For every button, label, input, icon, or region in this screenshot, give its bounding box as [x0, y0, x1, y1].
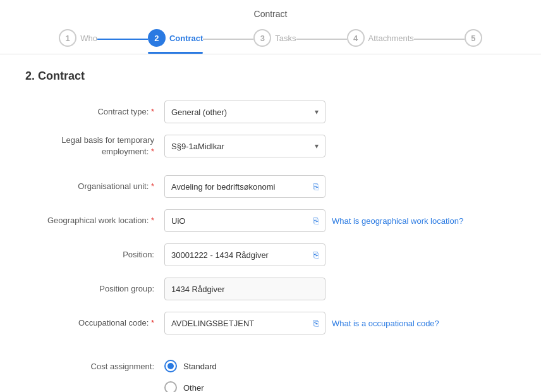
position-group-row: Position group: 1434 Rådgiver [25, 278, 516, 300]
step-5[interactable]: 5 [465, 29, 482, 54]
legal-basis-row: Legal basis for temporary employment: * … [25, 135, 516, 157]
cost-other-option[interactable]: Other [164, 381, 217, 392]
position-input[interactable]: 30001222 - 1434 Rådgiver ⎘ [164, 243, 325, 266]
legal-basis-chevron-icon: ▾ [315, 142, 319, 150]
page-title: Contract [254, 9, 288, 19]
section-title: 2. Contract [25, 70, 516, 83]
legal-basis-required: * [151, 147, 154, 156]
geo-work-control: UiO ⎘ What is geographical work location… [164, 209, 516, 232]
step-line-1-2 [97, 39, 148, 40]
occ-code-row: Occupational code: * AVDELINGSBETJENT ⎘ … [25, 312, 516, 334]
contract-type-label: Contract type: * [25, 106, 164, 118]
contract-type-control: General (other) ▾ [164, 101, 516, 123]
cost-assignment-row: Cost assignment: Standard Other [25, 360, 516, 392]
cost-other-label: Other [183, 383, 204, 393]
step-4-circle: 4 [347, 29, 365, 47]
step-5-circle: 5 [465, 29, 482, 47]
cost-assignment-control: Standard Other [164, 360, 516, 392]
step-2[interactable]: 2 Contract [148, 29, 203, 54]
cost-radio-group: Standard Other [164, 360, 217, 392]
org-unit-required: * [151, 181, 154, 191]
position-row: Position: 30001222 - 1434 Rådgiver ⎘ [25, 243, 516, 266]
legal-basis-control: S§9-1aMidlkar ▾ [164, 135, 516, 157]
position-group-input: 1434 Rådgiver [164, 278, 325, 300]
page-header: Contract [0, 0, 541, 19]
step-line-3-4 [296, 39, 347, 40]
cost-standard-label: Standard [183, 362, 217, 371]
position-copy-icon[interactable]: ⎘ [313, 250, 319, 260]
position-label: Position: [25, 249, 164, 260]
geo-work-input[interactable]: UiO ⎘ [164, 209, 325, 232]
occ-code-control: AVDELINGSBETJENT ⎘ What is a occupationa… [164, 312, 516, 334]
step-1-label: Who [80, 34, 97, 43]
occ-code-help-link[interactable]: What is a occupational code? [332, 319, 439, 328]
step-3-circle: 3 [253, 29, 271, 47]
org-unit-input[interactable]: Avdeling for bedriftsøkonomi ⎘ [164, 175, 325, 198]
step-3-label: Tasks [275, 34, 296, 43]
org-unit-row: Organisational unit: * Avdeling for bedr… [25, 175, 516, 198]
geo-work-copy-icon[interactable]: ⎘ [313, 216, 319, 226]
step-1-circle: 1 [59, 29, 76, 47]
step-4-label: Attachments [368, 34, 414, 43]
position-group-label: Position group: [25, 283, 164, 295]
occ-code-required: * [151, 318, 154, 328]
step-2-label: Contract [169, 34, 203, 43]
occ-code-label: Occupational code: * [25, 317, 164, 329]
position-control: 30001222 - 1434 Rådgiver ⎘ [164, 243, 516, 266]
org-unit-control: Avdeling for bedriftsøkonomi ⎘ [164, 175, 516, 198]
cost-assignment-label: Cost assignment: [25, 360, 164, 372]
contract-type-row: Contract type: * General (other) ▾ [25, 101, 516, 123]
step-line-4-5 [414, 39, 465, 40]
org-unit-label: Organisational unit: * [25, 181, 164, 192]
geo-work-label: Geographical work location: * [25, 215, 164, 226]
stepper: 1 Who 2 Contract 3 Tasks [0, 19, 541, 54]
contract-type-select[interactable]: General (other) ▾ [164, 101, 325, 123]
geo-work-help-link[interactable]: What is geographical work location? [332, 216, 463, 226]
position-group-control: 1434 Rådgiver [164, 278, 516, 300]
org-unit-copy-icon[interactable]: ⎘ [313, 181, 319, 192]
main-content: 2. Contract Contract type: * General (ot… [0, 54, 541, 392]
occ-code-input[interactable]: AVDELINGSBETJENT ⎘ [164, 312, 325, 334]
legal-basis-label: Legal basis for temporary employment: * [25, 135, 164, 157]
contract-type-chevron-icon: ▾ [315, 107, 319, 116]
cost-other-radio[interactable] [164, 381, 177, 392]
step-2-circle: 2 [148, 29, 166, 47]
step-4[interactable]: 4 Attachments [347, 29, 414, 54]
cost-standard-option[interactable]: Standard [164, 360, 217, 372]
occ-code-copy-icon[interactable]: ⎘ [313, 318, 319, 328]
contract-type-required: * [151, 107, 154, 116]
step-line-2-3 [203, 39, 253, 40]
geo-work-row: Geographical work location: * UiO ⎘ What… [25, 209, 516, 232]
legal-basis-select[interactable]: S§9-1aMidlkar ▾ [164, 135, 325, 157]
step-3[interactable]: 3 Tasks [253, 29, 296, 54]
step-1[interactable]: 1 Who [59, 29, 97, 54]
cost-standard-radio[interactable] [164, 360, 177, 372]
geo-work-required: * [151, 216, 154, 225]
